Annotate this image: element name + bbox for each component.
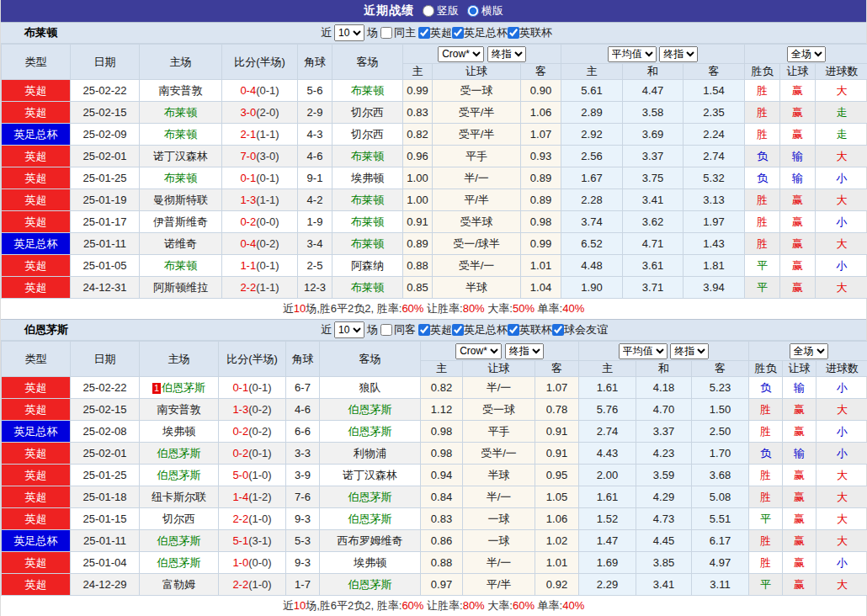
handicap-line: 受半球 xyxy=(433,211,521,233)
result-group-header: 全场 xyxy=(749,342,867,361)
europe-type-select[interactable]: 平均值 xyxy=(619,343,668,359)
result-handicap: 赢 xyxy=(780,233,816,255)
away-team-cell: 阿森纳 xyxy=(332,255,403,277)
score-cell: 5-1(3-1) xyxy=(219,530,286,552)
same-venue-checkbox[interactable] xyxy=(380,27,392,39)
period-select[interactable]: 全场 xyxy=(790,343,828,359)
horizontal-radio-label: 横版 xyxy=(481,3,503,19)
half-score: (0-1) xyxy=(256,84,279,97)
avg-draw-odds: 3.62 xyxy=(623,211,683,233)
away-team-cell: 狼队 xyxy=(320,377,421,399)
result-goals: 小 xyxy=(816,421,867,443)
handicap-home-odds: 0.98 xyxy=(421,421,463,443)
league-filter-item[interactable]: 英超 xyxy=(418,25,452,40)
avg-away-odds: 1.97 xyxy=(683,211,745,233)
league-checkbox[interactable] xyxy=(452,324,464,336)
handicap-line: 受一球 xyxy=(433,80,521,102)
handicap-home-odds: 0.94 xyxy=(421,465,463,486)
avg-home-odds: 5.61 xyxy=(561,80,623,102)
avg-draw-odds: 4.45 xyxy=(636,530,692,552)
corner-cell: 3-3 xyxy=(286,443,320,465)
handicap-away-odds: 1.06 xyxy=(535,508,579,530)
summary-line: 近10场,胜6平2负2, 胜率:60% 让胜率:80% 大率:50% 单率:40… xyxy=(1,299,866,319)
league-label: 英联杯 xyxy=(519,322,552,337)
period-select[interactable]: 全场 xyxy=(787,46,826,62)
avg-away-odds: 1.81 xyxy=(683,255,745,277)
odds-time-select[interactable]: 终指 xyxy=(487,46,526,62)
result-goals: 小 xyxy=(816,443,867,465)
vertical-radio[interactable] xyxy=(423,5,434,17)
same-venue-filter[interactable]: 同主 xyxy=(380,25,416,40)
europe-time-select[interactable]: 终指 xyxy=(670,343,709,359)
result-wdl: 胜 xyxy=(745,233,780,255)
home-team-cell: 布莱顿 xyxy=(140,102,222,124)
home-team: 诺丁汉森林 xyxy=(153,150,208,162)
home-team: 布莱顿 xyxy=(164,128,197,141)
match-date: 25-01-18 xyxy=(71,486,140,508)
score-cell: 1-4(1-2) xyxy=(219,486,286,508)
away-team-cell: 布莱顿 xyxy=(332,233,403,255)
avg-away-odds: 3.13 xyxy=(683,189,745,211)
league-badge: 英超 xyxy=(2,486,71,508)
layout-vertical-option[interactable]: 竖版 xyxy=(423,3,459,19)
result-handicap: 赢 xyxy=(780,211,816,233)
home-team-cell: 伯恩茅斯 xyxy=(140,443,219,465)
same-venue-filter[interactable]: 同客 xyxy=(380,322,416,337)
same-venue-checkbox[interactable] xyxy=(380,324,392,336)
home-team: 伯恩茅斯 xyxy=(157,534,201,547)
summary-part: 40% xyxy=(562,302,584,315)
summary-part: 场,胜6平2负2, 胜率: xyxy=(306,302,402,315)
half-score: (0-2) xyxy=(248,403,271,416)
avg-away-odds: 5.23 xyxy=(692,377,749,399)
near-label: 近 xyxy=(321,322,332,337)
result-goals: 大 xyxy=(816,233,867,255)
layout-horizontal-option[interactable]: 横版 xyxy=(467,3,503,19)
result-wdl: 胜 xyxy=(745,211,780,233)
league-filter-item[interactable]: 英超 xyxy=(418,322,452,337)
europe-type-select[interactable]: 平均值 xyxy=(608,46,657,62)
home-team-cell: 1伯恩茅斯 xyxy=(140,377,219,399)
col-handicap-home: 主 xyxy=(403,64,433,80)
league-checkbox[interactable] xyxy=(452,27,464,39)
corner-cell: 9-3 xyxy=(286,552,320,574)
home-team: 南安普敦 xyxy=(159,84,203,97)
result-handicap: 赢 xyxy=(780,80,816,102)
league-checkbox[interactable] xyxy=(418,27,430,39)
full-score: 2-1 xyxy=(240,128,256,141)
league-filter-item[interactable]: 英足总杯 xyxy=(452,322,508,337)
handicap-group-header: Crow* 终指 xyxy=(421,342,579,361)
corner-cell: 4-3 xyxy=(298,124,332,146)
europe-time-select[interactable]: 终指 xyxy=(659,46,698,62)
away-team-cell: 伯恩茅斯 xyxy=(320,399,421,421)
europe-group-header: 平均值 终指 xyxy=(579,342,749,361)
match-row: 英足总杯25-02-08埃弗顿0-2(0-2)6-6伯恩茅斯0.98平手0.91… xyxy=(2,421,867,443)
league-filter-item[interactable]: 球会友谊 xyxy=(552,322,608,337)
league-filter-item[interactable]: 英足总杯 xyxy=(452,25,508,40)
handicap-line: 半/一 xyxy=(463,552,535,574)
recent-count-select[interactable]: 10 xyxy=(334,24,364,41)
summary-part: 50% xyxy=(513,302,535,315)
col-handicap-home: 主 xyxy=(421,361,463,377)
league-filter-item[interactable]: 英联杯 xyxy=(508,322,552,337)
result-goals: 小 xyxy=(816,211,867,233)
handicap-away-odds: 0.90 xyxy=(521,80,561,102)
league-badge: 英超 xyxy=(2,574,71,596)
league-filter-item[interactable]: 英联杯 xyxy=(508,25,552,40)
avg-home-odds: 3.74 xyxy=(561,211,623,233)
full-score: 0-2 xyxy=(232,447,248,459)
away-team: 切尔西 xyxy=(351,106,384,119)
league-checkbox[interactable] xyxy=(508,27,519,39)
league-checkbox[interactable] xyxy=(552,324,564,336)
league-checkbox[interactable] xyxy=(508,324,519,336)
match-date: 25-01-19 xyxy=(71,189,140,211)
odds-source-select[interactable]: Crow* xyxy=(455,343,502,359)
odds-source-select[interactable]: Crow* xyxy=(438,46,484,62)
horizontal-radio[interactable] xyxy=(467,5,479,17)
league-checkbox[interactable] xyxy=(418,324,430,336)
away-team: 阿森纳 xyxy=(351,259,384,272)
odds-time-select[interactable]: 终指 xyxy=(505,343,544,359)
recent-count-select[interactable]: 10 xyxy=(334,321,364,338)
score-cell: 0-4(0-1) xyxy=(222,80,298,102)
summary-part: 单率: xyxy=(535,599,562,612)
avg-home-odds: 6.52 xyxy=(561,233,623,255)
